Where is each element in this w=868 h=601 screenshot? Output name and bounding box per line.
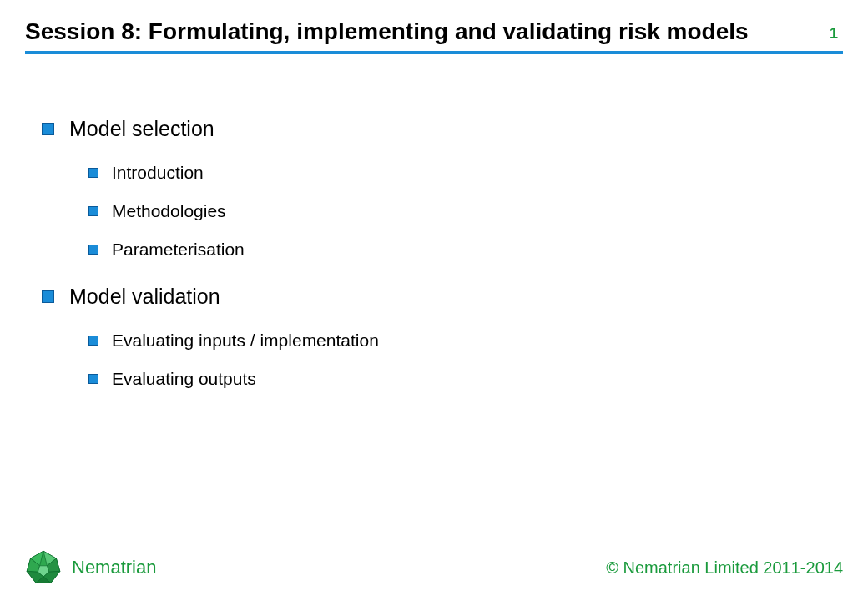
bullet-model-validation: Model validation — [42, 285, 843, 309]
slide-header: Session 8: Formulating, implementing and… — [25, 17, 843, 54]
subbullet-introduction: Introduction — [88, 163, 843, 183]
square-bullet-icon — [88, 374, 98, 384]
subbullet-label: Evaluating outputs — [112, 369, 256, 389]
slide-content: Model selection Introduction Methodologi… — [25, 117, 843, 389]
brand-name: Nematrian — [72, 557, 156, 578]
subbullet-evaluating-outputs: Evaluating outputs — [88, 369, 843, 389]
subbullet-methodologies: Methodologies — [88, 201, 843, 221]
square-bullet-icon — [42, 290, 54, 303]
sublist-model-validation: Evaluating inputs / implementation Evalu… — [88, 331, 843, 389]
bullet-model-selection: Model selection — [42, 117, 843, 141]
sublist-model-selection: Introduction Methodologies Parameterisat… — [88, 163, 843, 260]
subbullet-label: Introduction — [112, 163, 204, 183]
copyright-text: © Nematrian Limited 2011-2014 — [606, 558, 843, 578]
square-bullet-icon — [88, 336, 98, 346]
bullet-label: Model validation — [69, 285, 220, 309]
subbullet-evaluating-inputs: Evaluating inputs / implementation — [88, 331, 843, 351]
footer-left: Nematrian — [25, 549, 156, 586]
page-number: 1 — [830, 25, 843, 46]
square-bullet-icon — [88, 245, 98, 255]
slide-footer: Nematrian © Nematrian Limited 2011-2014 — [25, 549, 843, 586]
square-bullet-icon — [88, 206, 98, 216]
bullet-label: Model selection — [69, 117, 214, 141]
subbullet-label: Methodologies — [112, 201, 226, 221]
subbullet-parameterisation: Parameterisation — [88, 240, 843, 260]
polyhedron-logo-icon — [25, 549, 62, 586]
square-bullet-icon — [88, 168, 98, 178]
subbullet-label: Evaluating inputs / implementation — [112, 331, 379, 351]
slide: Session 8: Formulating, implementing and… — [0, 0, 868, 601]
square-bullet-icon — [42, 123, 54, 135]
slide-title: Session 8: Formulating, implementing and… — [25, 17, 749, 46]
subbullet-label: Parameterisation — [112, 240, 245, 260]
